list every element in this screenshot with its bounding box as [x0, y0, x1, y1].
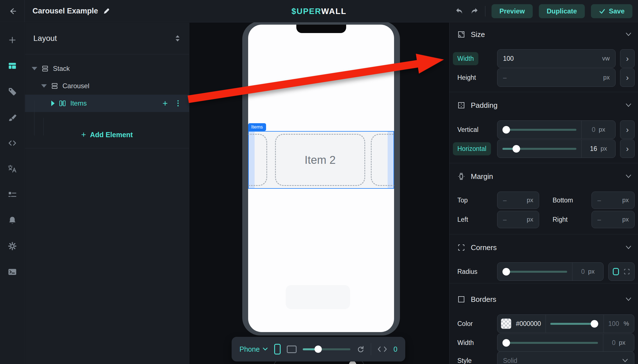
chevron-down-icon — [262, 347, 268, 351]
tree-row-carousel[interactable]: Carousel — [25, 77, 189, 95]
preview-button[interactable]: Preview — [492, 4, 533, 18]
border-style-row: Style Solid — [457, 351, 635, 364]
chevron-down-icon[interactable] — [625, 245, 632, 250]
height-input[interactable]: – px — [497, 68, 616, 87]
tree-label: Stack — [53, 65, 70, 73]
undo-icon[interactable] — [455, 7, 464, 16]
border-width-unit: px — [619, 339, 625, 346]
checklist-tool-button[interactable] — [0, 182, 24, 207]
more-options-button[interactable]: ⋮ — [174, 101, 182, 106]
add-element-button[interactable]: + Add Element — [25, 121, 189, 148]
border-style-select[interactable]: Solid — [497, 351, 634, 364]
layout-panel-header: Layout — [25, 23, 189, 54]
radius-slider-field[interactable]: 0 px — [497, 262, 604, 281]
chevron-down-icon[interactable] — [625, 174, 632, 179]
padding-section-header[interactable]: Padding — [457, 98, 632, 113]
tree-row-stack[interactable]: Stack — [25, 60, 189, 77]
item-label: Item 2 — [304, 154, 336, 166]
add-tool-button[interactable] — [0, 27, 24, 53]
margin-icon — [457, 172, 465, 180]
slider-track[interactable] — [502, 120, 581, 139]
layouts-tool-button-active[interactable] — [0, 53, 24, 79]
borders-section-header[interactable]: Borders — [457, 292, 632, 307]
layer-tree: Stack Carousel Items + ⋮ — [25, 54, 189, 112]
zoom-slider[interactable] — [303, 346, 350, 353]
color-swatch[interactable] — [501, 318, 511, 329]
margin-left-input[interactable]: – px — [497, 211, 539, 228]
settings-tool-button[interactable] — [0, 233, 24, 259]
width-input[interactable]: 100 vw — [497, 49, 616, 68]
margin-title: Margin — [471, 172, 493, 181]
height-expand-button[interactable]: › — [620, 68, 635, 87]
code-count: 0 — [393, 345, 397, 353]
size-section-header[interactable]: Size — [457, 27, 632, 42]
slider-track[interactable] — [502, 333, 603, 352]
sort-icon[interactable] — [174, 34, 181, 42]
tree-row-items-selected[interactable]: Items + ⋮ — [25, 95, 189, 112]
opacity-slider-track[interactable] — [550, 314, 599, 333]
margin-section-header[interactable]: Margin — [457, 169, 632, 184]
chevron-down-icon[interactable] — [625, 32, 632, 37]
portrait-orientation-button[interactable] — [274, 344, 281, 354]
border-color-field[interactable]: #000000 100 % — [497, 314, 634, 333]
padding-horizontal-unit: px — [600, 145, 607, 152]
edit-pencil-icon[interactable] — [103, 8, 110, 15]
notifications-tool-button[interactable] — [0, 207, 24, 233]
collapse-triangle-icon[interactable] — [32, 67, 37, 70]
toolbar-divider — [371, 343, 371, 355]
width-expand-button[interactable]: › — [620, 49, 635, 68]
tags-tool-button[interactable] — [0, 79, 24, 104]
padding-title: Padding — [471, 101, 497, 110]
chevron-down-icon[interactable] — [625, 103, 632, 108]
back-button[interactable] — [0, 0, 25, 22]
carousel-item-previous[interactable] — [248, 134, 267, 186]
code-tool-button[interactable] — [0, 130, 24, 156]
terminal-tool-button[interactable] — [0, 259, 24, 285]
phone-screen[interactable]: Items Item 2 — [248, 25, 394, 332]
slider-track[interactable] — [502, 139, 581, 158]
expand-triangle-icon[interactable] — [51, 101, 55, 106]
margin-left-label: Left — [457, 216, 497, 223]
padding-vertical-expand-button[interactable]: › — [620, 120, 635, 139]
border-width-slider-field[interactable]: 0 px — [497, 333, 634, 352]
code-view-icon[interactable] — [377, 346, 387, 353]
border-width-value: 0 — [612, 339, 616, 347]
duplicate-button[interactable]: Duplicate — [539, 4, 585, 18]
tree-label: Items — [70, 99, 87, 107]
margin-right-input[interactable]: – px — [592, 211, 635, 228]
carousel-item-current[interactable]: Item 2 — [275, 134, 365, 186]
margin-bottom-label: Bottom — [553, 197, 588, 204]
radius-unit: px — [588, 268, 595, 275]
design-tool-button[interactable] — [0, 104, 24, 130]
layout-icon — [8, 61, 17, 71]
padding-horizontal-expand-button[interactable]: › — [620, 139, 635, 158]
corner-mode-toggle[interactable] — [608, 262, 635, 281]
items-selection-region[interactable]: Items Item 2 — [248, 131, 394, 189]
add-child-button[interactable]: + — [162, 99, 168, 108]
slider-track[interactable] — [502, 262, 572, 281]
border-width-row: Width 0 px — [457, 333, 635, 352]
border-opacity-value: 100 — [608, 320, 619, 328]
per-corner-radius-icon[interactable] — [623, 268, 630, 275]
redo-icon[interactable] — [470, 7, 479, 16]
zoom-slider-knob[interactable] — [315, 346, 322, 353]
landscape-orientation-button[interactable] — [287, 346, 297, 353]
carousel-item-next[interactable] — [371, 134, 394, 186]
margin-top-input[interactable]: – px — [497, 192, 539, 209]
padding-horizontal-slider-field[interactable]: 16 px — [497, 139, 616, 158]
width-label-chip[interactable]: Width — [457, 52, 497, 65]
padding-vertical-slider-field[interactable]: 0 px — [497, 120, 616, 139]
section-divider — [450, 283, 638, 283]
padding-horizontal-label-chip[interactable]: Horizontal — [457, 142, 497, 155]
refresh-icon[interactable] — [357, 345, 365, 354]
corners-section-header[interactable]: Corners — [457, 240, 632, 255]
localization-tool-button[interactable] — [0, 156, 24, 182]
margin-bottom-input[interactable]: – px — [592, 192, 635, 209]
save-button[interactable]: Save — [591, 4, 632, 18]
collapse-triangle-icon[interactable] — [41, 84, 47, 88]
uniform-radius-icon-active[interactable] — [613, 268, 619, 275]
chevron-down-icon[interactable] — [625, 297, 632, 302]
padding-horizontal-value: 16 — [590, 145, 597, 153]
phone-preview-frame: Items Item 2 — [242, 21, 400, 335]
device-selector[interactable]: Phone — [239, 345, 268, 353]
